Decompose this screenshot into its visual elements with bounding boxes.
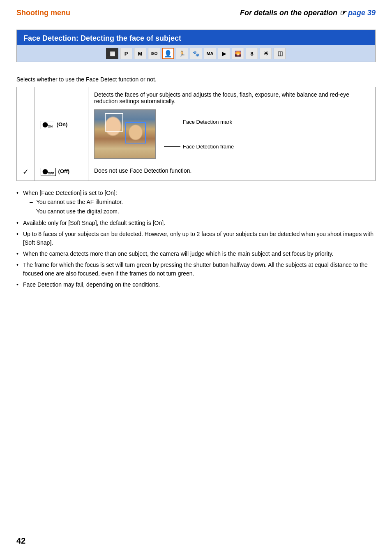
reference-page: page 39	[348, 9, 376, 17]
note-text: Available only for [Soft Snap], the defa…	[23, 220, 165, 226]
note-text: When [Face Detection] is set to [On]:	[23, 190, 117, 196]
sub-notes-list: You cannot use the AF illuminator. You c…	[23, 197, 376, 216]
checkmark-icon: ✓	[23, 168, 29, 176]
icon-grid: ◫	[274, 48, 286, 59]
detection-mark-label: Face Detection mark	[164, 119, 234, 125]
feature-section: Face Detection: Detecting the face of su…	[16, 30, 376, 62]
icon-m: M	[134, 48, 146, 59]
detection-frame-text: Face Detection frame	[183, 144, 234, 150]
note-item: When the camera detects more than one su…	[16, 248, 376, 259]
sub-note-text: You cannot use the AF illuminator.	[36, 199, 123, 205]
notes-list: When [Face Detection] is set to [On]: Yo…	[16, 188, 376, 290]
note-item: The frame for which the focus is set wil…	[16, 259, 376, 279]
detection-mark-text: Face Detection mark	[183, 119, 232, 125]
note-item: Face Detection may fail, depending on th…	[16, 279, 376, 290]
off-description: Does not use Face Detection function.	[94, 167, 191, 174]
table-row: ⬤ON (On) Detects the faces of your subje…	[17, 87, 376, 163]
icon-8: 8	[246, 48, 258, 59]
icon-camera: ▦	[106, 48, 118, 59]
note-item: Available only for [Soft Snap], the defa…	[16, 218, 376, 229]
face-detection-diagram: Face Detection mark Face Detection frame	[94, 109, 369, 159]
sub-note-item: You cannot use the AF illuminator.	[30, 197, 376, 207]
icon-iso: ISO	[148, 48, 160, 59]
note-text: When the camera detects more than one su…	[23, 250, 333, 257]
reference-symbol: ☞	[339, 9, 348, 17]
note-text: Face Detection may fail, depending on th…	[23, 281, 160, 288]
icon-p: P	[120, 48, 132, 59]
row-check-on	[17, 87, 35, 163]
icon-sport: 🏃	[176, 48, 188, 59]
icon-sun: ☀	[260, 48, 272, 59]
sub-note-text: You cannot use the digital zoom.	[36, 208, 119, 215]
note-item: When [Face Detection] is set to [On]: Yo…	[16, 188, 376, 218]
sub-note-item: You cannot use the digital zoom.	[30, 207, 376, 216]
note-item: Up to 8 faces of your subjects can be de…	[16, 229, 376, 248]
table-row: ✓ ⬤OFF (Off) Does not use Face Detection…	[17, 163, 376, 181]
options-table: ⬤ON (On) Detects the faces of your subje…	[16, 87, 376, 181]
row-check-off: ✓	[17, 163, 35, 181]
note-text: The frame for which the focus is set wil…	[23, 262, 368, 277]
face-detection-mark-box	[105, 113, 123, 132]
icon-play: ▶	[218, 48, 230, 59]
notes-section: When [Face Detection] is set to [On]: Yo…	[16, 188, 376, 290]
detection-frame-label: Face Detection frame	[164, 144, 234, 150]
description-text: Selects whether to use the Face Detect f…	[16, 70, 376, 87]
icon-sunset: 🌄	[232, 48, 244, 59]
page-header: Shooting menu For details on the operati…	[16, 8, 376, 17]
icon-pet: 🐾	[190, 48, 202, 59]
note-text: Up to 8 faces of your subjects can be de…	[23, 231, 374, 246]
row-label-on: ⬤ON (On)	[35, 87, 88, 163]
on-description: Detects the faces of your subjects and a…	[94, 91, 349, 104]
face-image-bg	[95, 110, 155, 158]
section-title: Shooting menu	[16, 9, 70, 17]
face-detection-frame-box	[125, 122, 146, 144]
face-image-wrapper	[94, 109, 156, 159]
feature-title: Face Detection: Detecting the face of su…	[17, 30, 375, 45]
mode-icon-row: ▦ P M ISO 👤 🏃 🐾 MA ▶ 🌄 8 ☀ ◫	[17, 45, 375, 62]
row-label-off: ⬤OFF (Off)	[35, 163, 88, 181]
reference-prefix: For details on the operation	[240, 9, 337, 17]
face-sample-image	[94, 109, 156, 159]
page-number: 42	[16, 536, 25, 546]
icon-face-detect: 👤	[162, 48, 174, 59]
face-detection-labels: Face Detection mark Face Detection frame	[164, 109, 234, 159]
row-desc-on: Detects the faces of your subjects and a…	[88, 87, 376, 163]
icon-landscape: MA	[204, 48, 216, 59]
row-desc-off: Does not use Face Detection function.	[88, 163, 376, 181]
page-reference: For details on the operation ☞ page 39	[240, 8, 376, 17]
